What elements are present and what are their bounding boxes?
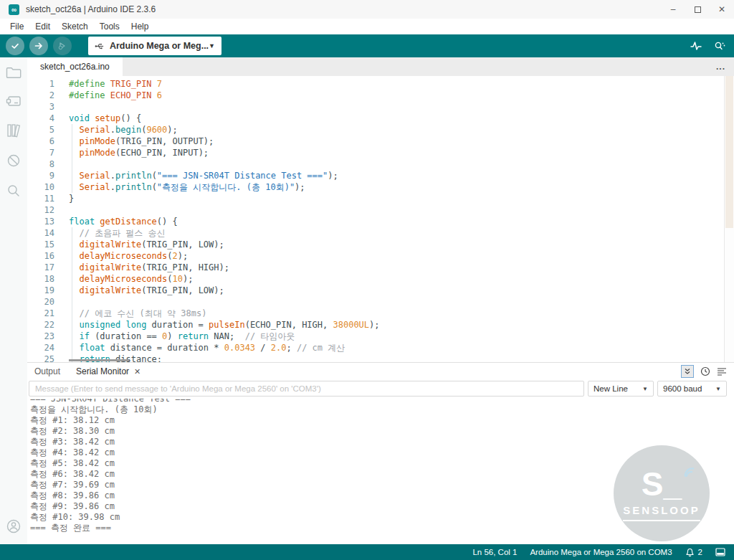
serial-line: 측정을 시작합니다. (총 10회) [30, 404, 734, 415]
sidebar-item-boards-manager[interactable] [6, 95, 22, 108]
close-button[interactable]: ✕ [710, 0, 734, 19]
code-text [59, 101, 69, 113]
code-line-5: 5 Serial.begin(9600); [27, 124, 724, 136]
editor-vertical-scrollbar[interactable] [724, 76, 734, 362]
serial-message-input[interactable] [29, 381, 584, 397]
code-line-18: 18 delayMicroseconds(10); [27, 273, 724, 285]
line-number: 21 [27, 308, 59, 319]
sidebar-item-library-manager[interactable] [6, 123, 22, 138]
books-icon [6, 123, 22, 138]
line-number: 25 [27, 353, 59, 362]
code-text: float distance = duration * 0.0343 / 2.0… [59, 342, 345, 353]
notifications[interactable]: 2 [685, 548, 702, 557]
line-ending-select[interactable]: New Line ▼ [588, 381, 654, 397]
panel-tabs: Output Serial Monitor ✕ [27, 363, 734, 380]
code-text: digitalWrite(TRIG_PIN, LOW); [59, 239, 224, 250]
close-icon[interactable]: ✕ [134, 367, 140, 376]
panel-layout-icon [715, 548, 725, 556]
code-editor[interactable]: 1#define TRIG_PIN 72#define ECHO_PIN 634… [27, 76, 734, 362]
sidebar-item-search[interactable] [6, 184, 21, 198]
upload-button[interactable] [29, 37, 48, 55]
code-text: // 초음파 펄스 송신 [59, 227, 166, 239]
line-number: 14 [27, 227, 59, 239]
code-text [59, 158, 69, 170]
line-number: 10 [27, 181, 59, 193]
menu-help[interactable]: Help [125, 22, 155, 32]
collapse-panel-button[interactable] [681, 365, 694, 378]
line-number: 22 [27, 319, 59, 331]
line-number: 16 [27, 250, 59, 262]
menu-tools[interactable]: Tools [94, 22, 125, 32]
code-text: if (duration == 0) return NAN; // 타임아웃 [59, 331, 295, 342]
serial-line: 측정 #2: 38.30 cm [30, 426, 734, 437]
code-line-1: 1#define TRIG_PIN 7 [27, 78, 724, 90]
code-text: pinMode(TRIG_PIN, OUTPUT); [59, 136, 214, 147]
code-text: void setup() { [59, 113, 141, 124]
chevron-down-icon: ▼ [715, 386, 721, 392]
board-icon [6, 95, 22, 108]
code-line-4: 4void setup() { [27, 113, 724, 124]
baud-rate-value: 9600 baud [663, 384, 702, 393]
code-line-3: 3 [27, 101, 724, 113]
line-number: 13 [27, 216, 59, 227]
code-text: #define TRIG_PIN 7 [59, 78, 162, 90]
tab-output[interactable]: Output [34, 366, 60, 376]
tab-options-button[interactable]: ... [716, 62, 734, 72]
menu-file[interactable]: File [4, 22, 29, 32]
line-number: 6 [27, 136, 59, 147]
clock-icon [700, 366, 710, 376]
sidebar-item-sketchbook[interactable] [6, 66, 22, 79]
code-line-2: 2#define ECHO_PIN 6 [27, 90, 724, 101]
code-text: unsigned long duration = pulseIn(ECHO_PI… [59, 319, 380, 331]
serial-monitor-button[interactable] [712, 40, 725, 52]
code-line-16: 16 delayMicroseconds(2); [27, 250, 724, 262]
code-text: Serial.println("=== JSN-SR04T Distance T… [59, 170, 338, 181]
status-bar: Ln 56, Col 1 Arduino Mega or Mega 2560 o… [0, 544, 734, 560]
maximize-button[interactable] [685, 0, 710, 19]
line-number: 8 [27, 158, 59, 170]
line-number: 19 [27, 285, 59, 296]
window-title: sketch_oct26a | Arduino IDE 2.3.6 [26, 4, 156, 14]
code-text: digitalWrite(TRIG_PIN, HIGH); [59, 262, 229, 273]
menu-sketch[interactable]: Sketch [56, 22, 94, 32]
timestamp-toggle-button[interactable] [700, 366, 710, 376]
line-number: 18 [27, 273, 59, 285]
serial-plotter-button[interactable] [690, 40, 702, 52]
cursor-position[interactable]: Ln 56, Col 1 [472, 548, 517, 556]
scrollbar-thumb[interactable] [725, 76, 733, 228]
sidebar-item-debug[interactable] [6, 153, 21, 168]
tab-sketch[interactable]: sketch_oct26a.ino [27, 57, 123, 76]
usb-icon [95, 42, 104, 51]
code-line-19: 19 digitalWrite(TRIG_PIN, LOW); [27, 285, 724, 296]
tab-output-label: Output [34, 366, 60, 376]
debug-button[interactable] [53, 37, 72, 55]
code-line-22: 22 unsigned long duration = pulseIn(ECHO… [27, 319, 724, 331]
clear-output-button[interactable] [717, 366, 727, 376]
clear-lines-icon [717, 366, 727, 376]
minimize-button[interactable]: – [661, 0, 685, 19]
notification-count: 2 [698, 548, 702, 556]
status-board-port[interactable]: Arduino Mega or Mega 2560 on COM3 [530, 548, 672, 556]
tab-serial-monitor[interactable]: Serial Monitor ✕ [76, 366, 140, 376]
editor-horizontal-scrollbar[interactable] [69, 359, 129, 361]
verify-button[interactable] [6, 37, 24, 55]
code-line-14: 14 // 초음파 펄스 송신 [27, 227, 724, 239]
baud-rate-select[interactable]: 9600 baud ▼ [657, 381, 727, 397]
line-number: 4 [27, 113, 59, 124]
tab-serial-monitor-label: Serial Monitor [76, 366, 129, 376]
menu-edit[interactable]: Edit [29, 22, 56, 32]
chevron-down-icon: ▼ [642, 386, 648, 392]
line-number: 15 [27, 239, 59, 250]
code-text: #define ECHO_PIN 6 [59, 90, 162, 101]
board-selector[interactable]: Arduino Mega or Meg... ▼ [88, 37, 221, 55]
line-number: 3 [27, 101, 59, 113]
bell-icon [685, 548, 695, 557]
code-line-15: 15 digitalWrite(TRIG_PIN, LOW); [27, 239, 724, 250]
code-area: 1#define TRIG_PIN 72#define ECHO_PIN 634… [27, 76, 724, 362]
sidebar-item-account[interactable] [6, 518, 22, 534]
toggle-panel-button[interactable] [715, 548, 725, 556]
code-text: } [59, 193, 74, 204]
line-ending-value: New Line [594, 384, 628, 393]
arduino-app-icon: ∞ [9, 4, 19, 15]
board-selector-label: Arduino Mega or Meg... [110, 41, 209, 51]
